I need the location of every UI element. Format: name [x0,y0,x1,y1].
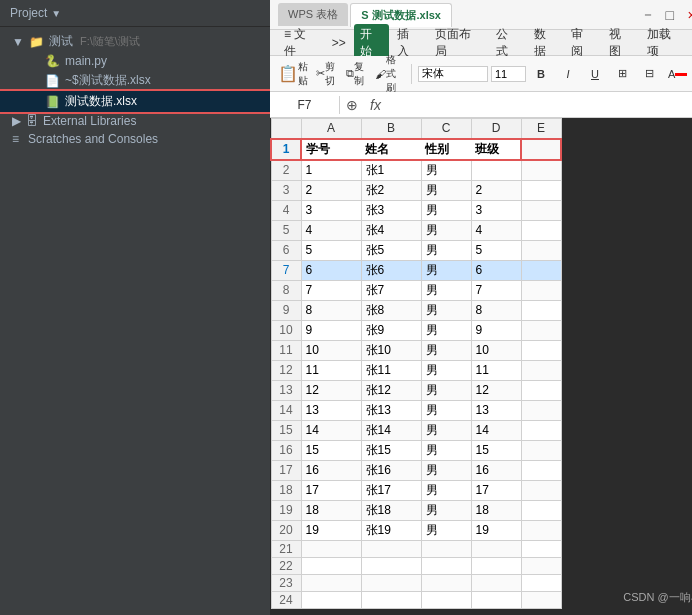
cell-B14[interactable]: 张13 [361,400,421,420]
cell-A18[interactable]: 17 [301,480,361,500]
cell-E1[interactable] [521,139,561,160]
cell-C2[interactable]: 男 [421,160,471,181]
tree-item-external-libraries[interactable]: ▶ 🗄 External Libraries [0,112,270,130]
cell-C1[interactable]: 性别 [421,139,471,160]
cell-C5[interactable]: 男 [421,220,471,240]
cell-B17[interactable]: 张16 [361,460,421,480]
spreadsheet-scroll[interactable]: A B C D E 1 学号 姓名 性别 班级 [270,118,692,615]
cell-B21[interactable] [361,540,421,557]
merge-button[interactable]: ⊟ [637,65,661,82]
tree-item-scratches[interactable]: ≡ Scratches and Consoles [0,130,270,148]
cell-D1[interactable]: 班级 [471,139,521,160]
cell-C8[interactable]: 男 [421,280,471,300]
cell-B7[interactable]: 张6 [361,260,421,280]
cell-E18[interactable] [521,480,561,500]
cell-A3[interactable]: 2 [301,180,361,200]
cell-A21[interactable] [301,540,361,557]
cell-B19[interactable]: 张18 [361,500,421,520]
cell-E11[interactable] [521,340,561,360]
col-header-A[interactable]: A [301,119,361,139]
tree-item-test-data-xlsx[interactable]: 📗 测试数据.xlsx [0,91,270,112]
cell-A8[interactable]: 7 [301,280,361,300]
cell-A20[interactable]: 19 [301,520,361,540]
cell-E22[interactable] [521,557,561,574]
cell-A11[interactable]: 10 [301,340,361,360]
cell-C13[interactable]: 男 [421,380,471,400]
excel-tab[interactable]: S 测试数据.xlsx [350,3,452,27]
cell-D11[interactable]: 10 [471,340,521,360]
cell-B18[interactable]: 张17 [361,480,421,500]
cell-A13[interactable]: 12 [301,380,361,400]
cell-B16[interactable]: 张15 [361,440,421,460]
cell-C17[interactable]: 男 [421,460,471,480]
cell-A23[interactable] [301,574,361,591]
cell-A17[interactable]: 16 [301,460,361,480]
col-header-B[interactable]: B [361,119,421,139]
cell-C21[interactable] [421,540,471,557]
cell-E5[interactable] [521,220,561,240]
formula-expand-button[interactable]: ⊕ [340,95,364,115]
cell-A10[interactable]: 9 [301,320,361,340]
cell-D7[interactable]: 6 [471,260,521,280]
cell-E14[interactable] [521,400,561,420]
col-header-E[interactable]: E [521,119,561,139]
cell-C22[interactable] [421,557,471,574]
cell-E20[interactable] [521,520,561,540]
italic-button[interactable]: I [556,66,580,82]
cell-B15[interactable]: 张14 [361,420,421,440]
cell-C12[interactable]: 男 [421,360,471,380]
tree-item-test-folder[interactable]: ▼ 📁 测试 F:\随笔\测试 [0,31,270,52]
cell-B5[interactable]: 张4 [361,220,421,240]
project-header[interactable]: Project ▼ [0,0,270,27]
formula-input[interactable] [387,96,692,114]
cell-D8[interactable]: 7 [471,280,521,300]
cell-B23[interactable] [361,574,421,591]
cell-A15[interactable]: 14 [301,420,361,440]
cell-C11[interactable]: 男 [421,340,471,360]
cell-E15[interactable] [521,420,561,440]
cell-C16[interactable]: 男 [421,440,471,460]
cell-D14[interactable]: 13 [471,400,521,420]
cell-A7[interactable]: 6 [301,260,361,280]
bold-button[interactable]: B [529,66,553,82]
cell-A12[interactable]: 11 [301,360,361,380]
cell-D16[interactable]: 15 [471,440,521,460]
col-header-C[interactable]: C [421,119,471,139]
cell-B24[interactable] [361,591,421,608]
cell-A5[interactable]: 4 [301,220,361,240]
cell-A2[interactable]: 1 [301,160,361,181]
cell-C4[interactable]: 男 [421,200,471,220]
cell-A24[interactable] [301,591,361,608]
border-button[interactable]: ⊞ [610,65,634,82]
cell-C23[interactable] [421,574,471,591]
cell-B6[interactable]: 张5 [361,240,421,260]
cell-E13[interactable] [521,380,561,400]
cell-C19[interactable]: 男 [421,500,471,520]
paste-button[interactable]: 📋 粘贴 [276,58,310,90]
cell-E6[interactable] [521,240,561,260]
cell-D10[interactable]: 9 [471,320,521,340]
cell-B8[interactable]: 张7 [361,280,421,300]
cell-C7[interactable]: 男 [421,260,471,280]
cell-B9[interactable]: 张8 [361,300,421,320]
cell-C3[interactable]: 男 [421,180,471,200]
font-name-input[interactable] [418,66,488,82]
cell-D5[interactable]: 4 [471,220,521,240]
cell-B3[interactable]: 张2 [361,180,421,200]
tree-item-main-py[interactable]: 🐍 main.py [0,52,270,70]
cell-C6[interactable]: 男 [421,240,471,260]
wps-tab[interactable]: WPS 表格 [278,3,348,26]
cell-B11[interactable]: 张10 [361,340,421,360]
cell-E19[interactable] [521,500,561,520]
menu-expand[interactable]: >> [326,34,352,52]
cell-E23[interactable] [521,574,561,591]
cell-D4[interactable]: 3 [471,200,521,220]
cell-D15[interactable]: 14 [471,420,521,440]
cell-A19[interactable]: 18 [301,500,361,520]
format-painter-button[interactable]: 🖌 格式刷 [371,51,405,97]
cell-A1[interactable]: 学号 [301,139,361,160]
cell-D9[interactable]: 8 [471,300,521,320]
tree-item-shadow-xlsx[interactable]: 📄 ~$测试数据.xlsx [0,70,270,91]
cell-A9[interactable]: 8 [301,300,361,320]
cell-E9[interactable] [521,300,561,320]
